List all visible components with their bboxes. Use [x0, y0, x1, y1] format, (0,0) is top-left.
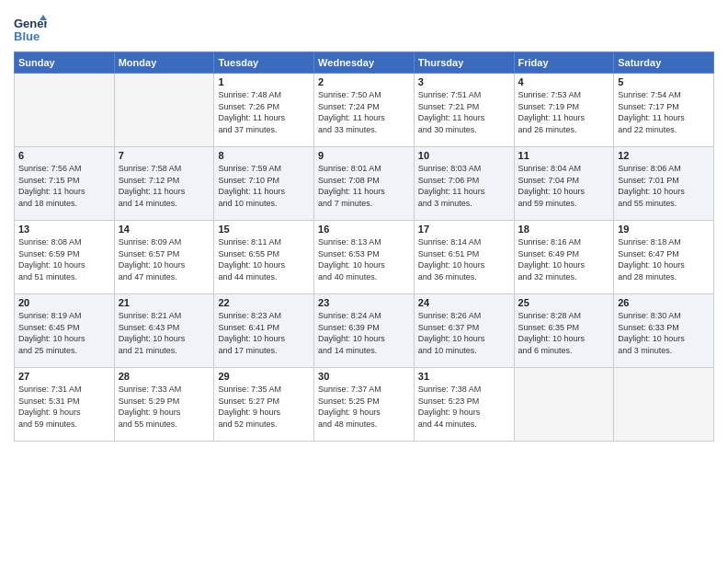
day-info: Sunrise: 7:37 AM Sunset: 5:25 PM Dayligh… — [318, 384, 410, 430]
day-cell: 8Sunrise: 7:59 AM Sunset: 7:10 PM Daylig… — [214, 147, 314, 221]
day-cell: 31Sunrise: 7:38 AM Sunset: 5:23 PM Dayli… — [414, 368, 514, 442]
day-number: 10 — [418, 150, 510, 161]
day-info: Sunrise: 8:06 AM Sunset: 7:01 PM Dayligh… — [618, 163, 710, 209]
header-cell-saturday: Saturday — [614, 52, 714, 74]
day-info: Sunrise: 7:51 AM Sunset: 7:21 PM Dayligh… — [418, 89, 510, 135]
day-number: 3 — [418, 76, 510, 87]
day-number: 24 — [418, 297, 510, 308]
day-info: Sunrise: 8:30 AM Sunset: 6:33 PM Dayligh… — [618, 310, 710, 356]
header-cell-sunday: Sunday — [15, 52, 115, 74]
day-info: Sunrise: 8:23 AM Sunset: 6:41 PM Dayligh… — [218, 310, 310, 356]
header: General Blue — [14, 9, 714, 46]
day-info: Sunrise: 7:59 AM Sunset: 7:10 PM Dayligh… — [218, 163, 310, 209]
day-info: Sunrise: 7:48 AM Sunset: 7:26 PM Dayligh… — [218, 89, 310, 135]
calendar-header-row: SundayMondayTuesdayWednesdayThursdayFrid… — [15, 52, 714, 74]
day-cell: 24Sunrise: 8:26 AM Sunset: 6:37 PM Dayli… — [414, 294, 514, 368]
day-number: 14 — [119, 224, 210, 235]
day-number: 30 — [318, 371, 410, 382]
day-info: Sunrise: 7:33 AM Sunset: 5:29 PM Dayligh… — [119, 384, 210, 430]
calendar-table: SundayMondayTuesdayWednesdayThursdayFrid… — [14, 52, 714, 442]
week-row-2: 6Sunrise: 7:56 AM Sunset: 7:15 PM Daylig… — [15, 147, 714, 221]
day-number: 27 — [18, 371, 110, 382]
day-number: 18 — [518, 224, 610, 235]
day-cell: 17Sunrise: 8:14 AM Sunset: 6:51 PM Dayli… — [414, 221, 514, 294]
day-info: Sunrise: 8:16 AM Sunset: 6:49 PM Dayligh… — [518, 236, 610, 282]
day-cell: 12Sunrise: 8:06 AM Sunset: 7:01 PM Dayli… — [614, 147, 714, 221]
day-number: 13 — [18, 224, 110, 235]
day-info: Sunrise: 8:08 AM Sunset: 6:59 PM Dayligh… — [18, 236, 110, 282]
day-cell: 5Sunrise: 7:54 AM Sunset: 7:17 PM Daylig… — [614, 74, 714, 147]
day-cell: 27Sunrise: 7:31 AM Sunset: 5:31 PM Dayli… — [15, 368, 115, 442]
day-info: Sunrise: 8:13 AM Sunset: 6:53 PM Dayligh… — [318, 236, 410, 282]
day-number: 31 — [418, 371, 510, 382]
day-cell: 25Sunrise: 8:28 AM Sunset: 6:35 PM Dayli… — [514, 294, 614, 368]
day-info: Sunrise: 8:26 AM Sunset: 6:37 PM Dayligh… — [418, 310, 510, 356]
day-info: Sunrise: 8:18 AM Sunset: 6:47 PM Dayligh… — [618, 236, 710, 282]
week-row-1: 1Sunrise: 7:48 AM Sunset: 7:26 PM Daylig… — [15, 74, 714, 147]
day-info: Sunrise: 7:31 AM Sunset: 5:31 PM Dayligh… — [18, 384, 110, 430]
day-cell: 18Sunrise: 8:16 AM Sunset: 6:49 PM Dayli… — [514, 221, 614, 294]
day-number: 12 — [618, 150, 710, 161]
header-cell-tuesday: Tuesday — [214, 52, 314, 74]
day-info: Sunrise: 7:56 AM Sunset: 7:15 PM Dayligh… — [18, 163, 110, 209]
day-cell: 10Sunrise: 8:03 AM Sunset: 7:06 PM Dayli… — [414, 147, 514, 221]
logo-icon: General Blue — [14, 13, 47, 46]
day-number: 16 — [318, 224, 410, 235]
day-cell: 20Sunrise: 8:19 AM Sunset: 6:45 PM Dayli… — [15, 294, 115, 368]
day-number: 5 — [618, 76, 710, 87]
day-number: 11 — [518, 150, 610, 161]
day-info: Sunrise: 7:50 AM Sunset: 7:24 PM Dayligh… — [318, 89, 410, 135]
day-number: 6 — [18, 150, 110, 161]
day-info: Sunrise: 8:01 AM Sunset: 7:08 PM Dayligh… — [318, 163, 410, 209]
day-number: 25 — [518, 297, 610, 308]
day-number: 23 — [318, 297, 410, 308]
day-info: Sunrise: 8:11 AM Sunset: 6:55 PM Dayligh… — [218, 236, 310, 282]
week-row-5: 27Sunrise: 7:31 AM Sunset: 5:31 PM Dayli… — [15, 368, 714, 442]
day-cell: 23Sunrise: 8:24 AM Sunset: 6:39 PM Dayli… — [314, 294, 415, 368]
day-cell: 2Sunrise: 7:50 AM Sunset: 7:24 PM Daylig… — [314, 74, 415, 147]
day-info: Sunrise: 7:54 AM Sunset: 7:17 PM Dayligh… — [618, 89, 710, 135]
day-info: Sunrise: 8:19 AM Sunset: 6:45 PM Dayligh… — [18, 310, 110, 356]
day-cell: 6Sunrise: 7:56 AM Sunset: 7:15 PM Daylig… — [15, 147, 115, 221]
header-cell-monday: Monday — [114, 52, 214, 74]
day-number: 19 — [618, 224, 710, 235]
day-cell: 15Sunrise: 8:11 AM Sunset: 6:55 PM Dayli… — [214, 221, 314, 294]
day-cell: 29Sunrise: 7:35 AM Sunset: 5:27 PM Dayli… — [214, 368, 314, 442]
header-cell-wednesday: Wednesday — [314, 52, 415, 74]
day-cell: 14Sunrise: 8:09 AM Sunset: 6:57 PM Dayli… — [114, 221, 214, 294]
day-cell — [114, 74, 214, 147]
day-info: Sunrise: 8:14 AM Sunset: 6:51 PM Dayligh… — [418, 236, 510, 282]
day-number: 1 — [218, 76, 310, 87]
day-info: Sunrise: 7:35 AM Sunset: 5:27 PM Dayligh… — [218, 384, 310, 430]
day-number: 2 — [318, 76, 410, 87]
day-cell: 30Sunrise: 7:37 AM Sunset: 5:25 PM Dayli… — [314, 368, 415, 442]
calendar-body: 1Sunrise: 7:48 AM Sunset: 7:26 PM Daylig… — [15, 74, 714, 442]
day-number: 20 — [18, 297, 110, 308]
day-number: 4 — [518, 76, 610, 87]
day-info: Sunrise: 8:03 AM Sunset: 7:06 PM Dayligh… — [418, 163, 510, 209]
day-cell: 1Sunrise: 7:48 AM Sunset: 7:26 PM Daylig… — [214, 74, 314, 147]
day-info: Sunrise: 8:09 AM Sunset: 6:57 PM Dayligh… — [119, 236, 210, 282]
day-cell: 7Sunrise: 7:58 AM Sunset: 7:12 PM Daylig… — [114, 147, 214, 221]
day-cell: 21Sunrise: 8:21 AM Sunset: 6:43 PM Dayli… — [114, 294, 214, 368]
day-number: 29 — [218, 371, 310, 382]
day-number: 7 — [119, 150, 210, 161]
day-number: 22 — [218, 297, 310, 308]
day-number: 21 — [119, 297, 210, 308]
header-cell-thursday: Thursday — [414, 52, 514, 74]
day-cell — [514, 368, 614, 442]
day-info: Sunrise: 8:21 AM Sunset: 6:43 PM Dayligh… — [119, 310, 210, 356]
day-info: Sunrise: 8:24 AM Sunset: 6:39 PM Dayligh… — [318, 310, 410, 356]
day-info: Sunrise: 7:53 AM Sunset: 7:19 PM Dayligh… — [518, 89, 610, 135]
day-number: 17 — [418, 224, 510, 235]
day-number: 28 — [119, 371, 210, 382]
day-cell: 28Sunrise: 7:33 AM Sunset: 5:29 PM Dayli… — [114, 368, 214, 442]
main-container: General Blue SundayMondayTuesdayWednesda… — [0, 0, 728, 451]
day-number: 9 — [318, 150, 410, 161]
day-cell: 9Sunrise: 8:01 AM Sunset: 7:08 PM Daylig… — [314, 147, 415, 221]
week-row-4: 20Sunrise: 8:19 AM Sunset: 6:45 PM Dayli… — [15, 294, 714, 368]
day-number: 15 — [218, 224, 310, 235]
day-cell: 16Sunrise: 8:13 AM Sunset: 6:53 PM Dayli… — [314, 221, 415, 294]
day-cell: 19Sunrise: 8:18 AM Sunset: 6:47 PM Dayli… — [614, 221, 714, 294]
day-cell: 3Sunrise: 7:51 AM Sunset: 7:21 PM Daylig… — [414, 74, 514, 147]
